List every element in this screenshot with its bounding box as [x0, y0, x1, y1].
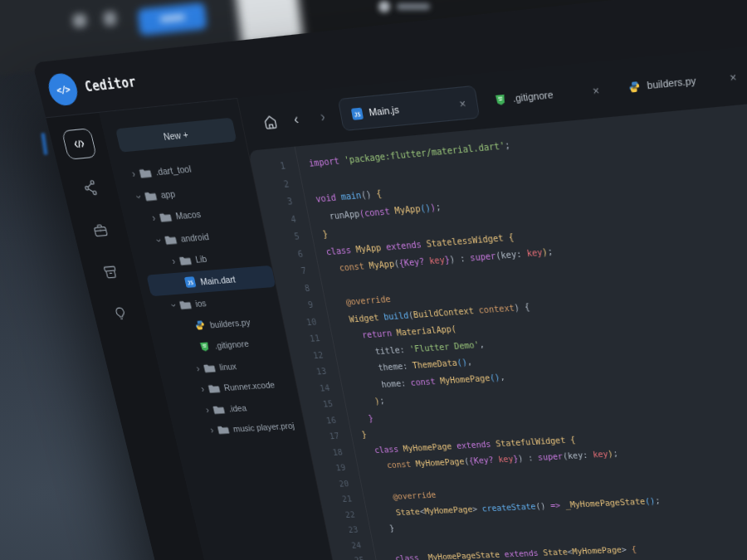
- tree-item-label: .gitignore: [213, 338, 249, 350]
- line-number: 19: [313, 460, 347, 477]
- editor-window: </> Ceditor New + ›.dart_tool›app›Macos›…: [32, 0, 747, 560]
- briefcase-icon: [90, 221, 110, 240]
- code-icon: [69, 134, 90, 153]
- svg-text:JS: JS: [354, 110, 361, 118]
- logo-glyph: </>: [56, 83, 71, 95]
- lightbulb-icon: [110, 304, 129, 323]
- folder-icon: [163, 232, 178, 246]
- close-icon[interactable]: ×: [720, 70, 737, 85]
- line-number: 10: [282, 313, 318, 332]
- line-number: 24: [329, 537, 363, 553]
- line-number: 15: [300, 396, 334, 414]
- tab-label: builders.py: [647, 75, 697, 90]
- git-branch-icon: [80, 178, 100, 197]
- line-number: 21: [319, 491, 353, 508]
- rail-item-git-branch[interactable]: [74, 172, 106, 202]
- tree-item-label: builders.py: [209, 317, 251, 329]
- back-button[interactable]: ‹: [288, 110, 304, 128]
- line-number: 17: [306, 428, 341, 446]
- tree-item-label: Macos: [174, 209, 202, 222]
- tree-item-label: .idea: [227, 403, 247, 414]
- rail-item-briefcase[interactable]: [84, 215, 116, 246]
- rail-item-archive-box[interactable]: [95, 257, 126, 287]
- python-file-icon: [628, 80, 642, 93]
- tree-item-label: linux: [218, 361, 237, 372]
- code-text: );: [332, 396, 386, 408]
- backdrop-avatar-blob: [378, 1, 390, 12]
- tree-item-label: app: [159, 188, 176, 200]
- tree-item-label: Lib: [194, 254, 208, 265]
- tab-builders-py[interactable]: builders.py×: [615, 58, 747, 105]
- backdrop-text-blob: [397, 3, 430, 10]
- indent-spacer: [183, 326, 194, 327]
- code-editor[interactable]: 1import 'package:flutter/material.dart';…: [248, 91, 747, 560]
- code-text: }: [357, 523, 395, 534]
- git-file-icon: [494, 93, 506, 106]
- tree-item-label: android: [179, 231, 209, 244]
- app-logo-icon: </>: [46, 72, 81, 107]
- line-number: 9: [279, 296, 315, 315]
- line-number: 12: [289, 346, 325, 364]
- tab--gitignore[interactable]: .gitignore×: [481, 72, 613, 118]
- close-icon[interactable]: ×: [450, 96, 466, 111]
- line-number: 16: [303, 411, 338, 430]
- tree-item-label: ios: [194, 299, 207, 309]
- archive-box-icon: [100, 263, 120, 281]
- js-file-icon: JS: [351, 107, 364, 119]
- backdrop-icon-blob: [103, 11, 117, 26]
- line-number: 18: [310, 444, 344, 461]
- line-number: 25: [332, 553, 366, 560]
- line-number: 23: [325, 522, 359, 538]
- backdrop-icon-blob: [72, 13, 87, 28]
- tree-item-label: Main.dart: [199, 274, 236, 286]
- tree-item-label: .dart_tool: [154, 163, 192, 177]
- js-file-icon: JS: [183, 275, 198, 289]
- new-file-button[interactable]: New +: [115, 118, 237, 153]
- code-text: }: [334, 412, 374, 424]
- folder-icon: [211, 403, 225, 416]
- tree-item-label: music player.proj: [232, 421, 295, 433]
- folder-icon: [202, 362, 216, 374]
- rail-item-code[interactable]: [61, 128, 97, 160]
- rail-item-lightbulb[interactable]: [105, 299, 136, 328]
- forward-button[interactable]: ›: [315, 108, 330, 125]
- folder-icon: [216, 424, 230, 436]
- tree-item-label: Runner.xcode: [223, 380, 276, 392]
- git-file-icon: [197, 340, 212, 353]
- indent-spacer: [173, 283, 184, 284]
- folder-icon: [143, 189, 158, 203]
- line-number: 13: [293, 363, 328, 381]
- folder-icon: [207, 382, 221, 395]
- code-lines: 1import 'package:flutter/material.dart';…: [250, 100, 747, 560]
- line-number: 8: [276, 279, 311, 298]
- app-title: Ceditor: [83, 74, 138, 95]
- python-file-icon: [193, 319, 208, 332]
- line-number: 11: [286, 329, 321, 348]
- folder-icon: [178, 254, 193, 267]
- tab-label: .gitignore: [512, 89, 554, 104]
- folder-icon: [178, 298, 193, 311]
- home-button[interactable]: [256, 109, 284, 136]
- close-icon[interactable]: ×: [583, 83, 600, 99]
- screenshot-root: </> Ceditor New + ›.dart_tool›app›Macos›…: [0, 0, 747, 560]
- home-icon: [261, 113, 279, 131]
- line-number: 22: [322, 506, 356, 523]
- folder-icon: [158, 211, 173, 224]
- line-number: 14: [296, 379, 331, 397]
- indent-spacer: [188, 347, 198, 348]
- folder-icon: [138, 166, 153, 180]
- line-number: 20: [315, 475, 349, 493]
- tab-label: Main.js: [368, 104, 399, 118]
- tab-main-js[interactable]: JSMain.js×: [338, 85, 481, 131]
